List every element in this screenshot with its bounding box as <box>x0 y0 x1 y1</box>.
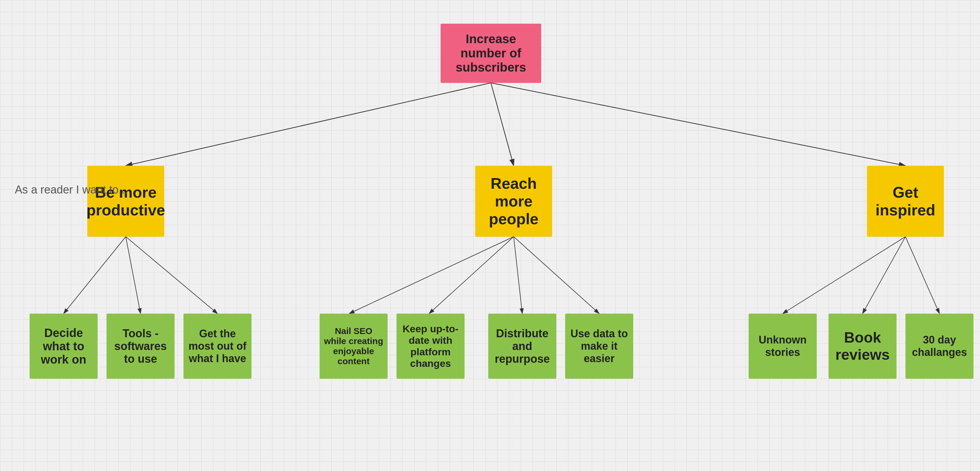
tools-node[interactable]: Tools - softwares to use <box>107 313 175 379</box>
be-productive-node[interactable]: Be more productive <box>87 165 164 237</box>
svg-line-10 <box>783 237 905 313</box>
svg-line-5 <box>126 237 218 313</box>
use-data-label: Use data to make it easier <box>569 328 630 365</box>
svg-line-11 <box>862 237 905 313</box>
distribute-label: Distribute and repurpose <box>492 327 553 365</box>
decide-label: Decide what to work on <box>33 326 94 366</box>
challenges-node[interactable]: 30 day challanges <box>905 313 974 379</box>
svg-line-0 <box>126 83 491 165</box>
decide-node[interactable]: Decide what to work on <box>30 313 98 379</box>
svg-line-7 <box>429 237 514 313</box>
use-data-node[interactable]: Use data to make it easier <box>565 313 633 379</box>
tools-label: Tools - softwares to use <box>110 327 171 365</box>
reach-people-node[interactable]: Reach more people <box>475 165 552 237</box>
svg-line-8 <box>514 237 522 313</box>
svg-line-12 <box>905 237 939 313</box>
get-inspired-node[interactable]: Get inspired <box>867 165 944 237</box>
root-node[interactable]: Increase number of subscribers <box>441 24 541 83</box>
nail-seo-label: Nail SEO while creating enjoyable conten… <box>323 326 384 366</box>
svg-line-6 <box>349 237 514 313</box>
most-out-label: Get the most out of what I have <box>187 328 248 365</box>
svg-line-2 <box>491 83 905 165</box>
challenges-label: 30 day challanges <box>909 334 970 358</box>
get-inspired-label: Get inspired <box>870 183 940 219</box>
keep-uptodate-node[interactable]: Keep up-to-date with platform changes <box>396 313 465 379</box>
most-out-node[interactable]: Get the most out of what I have <box>183 313 251 379</box>
keep-uptodate-label: Keep up-to-date with platform changes <box>400 323 461 369</box>
book-reviews-node[interactable]: Book reviews <box>829 313 897 379</box>
nail-seo-node[interactable]: Nail SEO while creating enjoyable conten… <box>320 313 388 379</box>
reader-label: As a reader I want to... <box>15 183 128 196</box>
svg-line-3 <box>64 237 126 313</box>
reach-people-label: Reach more people <box>479 175 549 228</box>
unknown-node[interactable]: Unknown stories <box>749 313 817 379</box>
distribute-node[interactable]: Distribute and repurpose <box>488 313 556 379</box>
root-label: Increase number of subscribers <box>444 32 538 75</box>
book-reviews-label: Book reviews <box>832 329 893 363</box>
svg-line-1 <box>491 83 514 165</box>
svg-line-4 <box>126 237 140 313</box>
svg-line-9 <box>514 237 599 313</box>
unknown-label: Unknown stories <box>752 334 813 358</box>
tree-container: Increase number of subscribers Be more p… <box>0 0 980 471</box>
